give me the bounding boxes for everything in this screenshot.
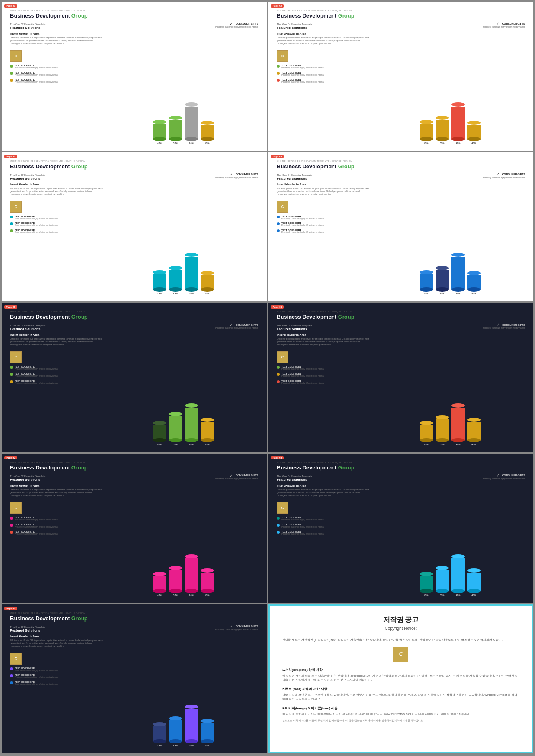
template-label-1: MULTIPURPOSE PRESENTATION TEMPLATE • UNI… bbox=[10, 9, 258, 12]
bullet-dot bbox=[277, 72, 280, 75]
bullet-1-0: TEXT GOES HERE Proactively customize hig… bbox=[10, 64, 104, 69]
slide-grid: Page 01 MULTIPURPOSE PRESENTATION TEMPLA… bbox=[0, 0, 535, 755]
bullet-1-1: TEXT GOES HERE Proactively customize hig… bbox=[10, 71, 104, 76]
copyright-body: 전시물 세트는 개인적인 (비상업적인) 또는 상업적인 사용만을 위한 것입니… bbox=[282, 637, 520, 723]
page-tag-5: Page 05 bbox=[4, 305, 17, 309]
slide-8: Page 08 MULTIPURPOSE PRESENTATION TEMPLA… bbox=[268, 454, 533, 603]
logo-1: C bbox=[10, 50, 22, 62]
slide-title-1: Business Development Group bbox=[10, 13, 258, 19]
page-tag-9: Page 09 bbox=[4, 607, 17, 610]
page-tag-7: Page 07 bbox=[4, 456, 17, 459]
page-tag-6: Page 06 bbox=[271, 305, 284, 309]
page-tag-8: Page 08 bbox=[271, 456, 284, 459]
template-label-2: MULTIPURPOSE PRESENTATION TEMPLATE • UNI… bbox=[277, 9, 525, 12]
bullet-list-1: TEXT GOES HERE Proactively customize hig… bbox=[10, 64, 104, 84]
bullet-dot bbox=[10, 72, 13, 75]
bullet-list-2: TEXT GOES HERE Proactively customize hig… bbox=[277, 64, 371, 84]
copyright-logo: C bbox=[393, 647, 408, 662]
slide-6: Page 06 MULTIPURPOSE PRESENTATION TEMPLA… bbox=[268, 303, 533, 452]
bullet-dot bbox=[10, 65, 13, 68]
copyright-title-kr: 저작권 공고 bbox=[383, 616, 418, 624]
page-tag-1: Page 01 bbox=[4, 4, 17, 8]
logo-3: C bbox=[10, 201, 22, 213]
copyright-slide: 저작권 공고 Copyright Notice: 전시물 세트는 개인적인 (비… bbox=[268, 604, 533, 753]
bar-col-0: 43% bbox=[153, 120, 166, 145]
slide-2: Page 02 MULTIPURPOSE PRESENTATION TEMPLA… bbox=[268, 2, 533, 151]
slide-4: Page 04 MULTIPURPOSE PRESENTATION TEMPLA… bbox=[268, 152, 533, 302]
bullet-1-2: TEXT GOES HERE Proactively customize hig… bbox=[10, 79, 104, 84]
bullet-dot bbox=[277, 65, 280, 68]
page-tag-3: Page 03 bbox=[4, 155, 17, 158]
bullet-dot bbox=[10, 79, 13, 82]
bar-col-3: 43% bbox=[201, 121, 214, 145]
slide-title-2: Business Development Group bbox=[277, 13, 525, 19]
page-tag-4: Page 04 bbox=[271, 155, 284, 158]
slide-9: Page 09 MULTIPURPOSE PRESENTATION TEMPLA… bbox=[2, 604, 267, 753]
bullet-dot bbox=[277, 79, 280, 82]
logo-2: C bbox=[277, 50, 288, 62]
copyright-subtitle: Copyright Notice: bbox=[385, 626, 417, 631]
slide-5: Page 05 MULTIPURPOSE PRESENTATION TEMPLA… bbox=[2, 303, 267, 452]
page-tag-2: Page 02 bbox=[271, 4, 284, 8]
slide-1: Page 01 MULTIPURPOSE PRESENTATION TEMPLA… bbox=[2, 2, 267, 151]
slide-7: Page 07 MULTIPURPOSE PRESENTATION TEMPLA… bbox=[2, 454, 267, 603]
slide-3: Page 03 MULTIPURPOSE PRESENTATION TEMPLA… bbox=[2, 152, 267, 302]
bar-col-2: 90% bbox=[185, 102, 198, 145]
bar-col-1: 53% bbox=[169, 116, 182, 145]
